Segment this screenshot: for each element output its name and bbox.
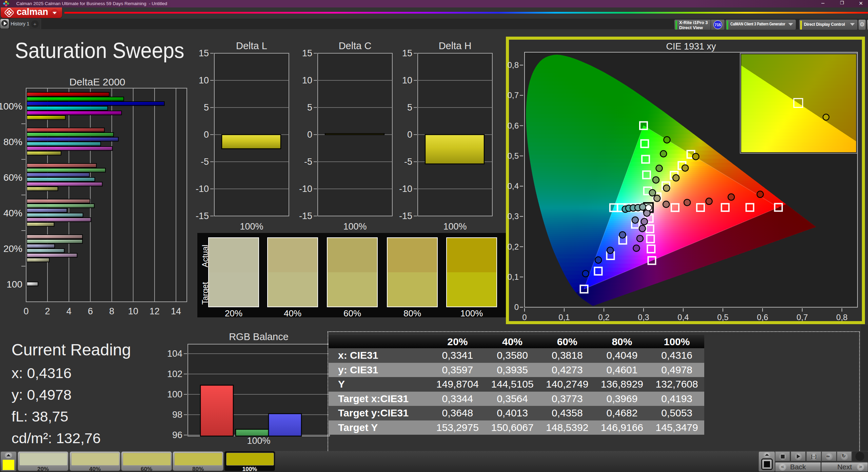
svg-text:0,6: 0,6 [757, 313, 768, 322]
svg-text:10: 10 [302, 75, 312, 85]
svg-text:Delta H: Delta H [439, 40, 472, 51]
svg-text:-15: -15 [399, 211, 412, 221]
svg-text:10: 10 [199, 75, 209, 85]
svg-text:100%: 100% [240, 221, 263, 232]
svg-text:104: 104 [167, 349, 182, 359]
svg-text:98: 98 [172, 410, 182, 420]
svg-text:0,3: 0,3 [508, 212, 519, 221]
svg-text:0: 0 [23, 306, 28, 316]
svg-text:0: 0 [307, 130, 312, 140]
svg-text:8: 8 [109, 306, 114, 316]
svg-text:5: 5 [307, 102, 312, 113]
svg-text:0: 0 [514, 302, 519, 312]
svg-text:15: 15 [302, 48, 312, 58]
svg-text:100%: 100% [443, 221, 467, 232]
svg-text:5: 5 [407, 102, 412, 113]
svg-text:0,2: 0,2 [508, 242, 519, 251]
svg-text:RGB Balance: RGB Balance [229, 332, 289, 342]
svg-text:Delta C: Delta C [339, 40, 372, 51]
svg-text:100: 100 [6, 279, 22, 290]
svg-text:14: 14 [171, 306, 181, 316]
svg-text:0,1: 0,1 [508, 272, 519, 281]
svg-text:-10: -10 [299, 184, 312, 194]
svg-text:CIE 1931 xy: CIE 1931 xy [666, 41, 716, 52]
svg-text:40%: 40% [3, 208, 22, 218]
svg-text:DeltaE 2000: DeltaE 2000 [69, 78, 125, 87]
svg-text:5: 5 [204, 102, 209, 113]
svg-text:-15: -15 [196, 211, 209, 221]
svg-text:12: 12 [150, 306, 160, 316]
svg-text:0: 0 [522, 313, 527, 322]
svg-text:20%: 20% [3, 243, 22, 254]
svg-text:96: 96 [172, 430, 182, 440]
svg-text:-10: -10 [399, 184, 412, 194]
svg-text:-5: -5 [201, 157, 209, 167]
svg-text:100: 100 [167, 389, 182, 399]
svg-text:0: 0 [407, 130, 412, 140]
svg-text:2: 2 [45, 306, 50, 316]
svg-text:10: 10 [402, 75, 412, 85]
svg-text:0,7: 0,7 [508, 91, 519, 100]
svg-text:-5: -5 [304, 157, 312, 167]
svg-text:-5: -5 [404, 157, 412, 167]
svg-text:-15: -15 [299, 211, 312, 221]
svg-text:4: 4 [66, 306, 72, 316]
svg-text:10: 10 [128, 306, 138, 316]
svg-text:0,7: 0,7 [796, 313, 808, 322]
svg-text:-10: -10 [196, 184, 209, 194]
svg-text:Delta L: Delta L [236, 40, 267, 51]
svg-text:0,1: 0,1 [558, 313, 570, 322]
svg-text:0,4: 0,4 [677, 313, 689, 322]
svg-text:80%: 80% [3, 137, 22, 147]
svg-text:6: 6 [88, 306, 93, 316]
svg-text:0: 0 [204, 130, 209, 140]
svg-text:100%: 100% [0, 101, 22, 112]
svg-text:15: 15 [402, 48, 412, 58]
svg-text:0,3: 0,3 [638, 313, 649, 322]
svg-text:15: 15 [199, 48, 209, 58]
svg-text:100%: 100% [343, 221, 367, 232]
svg-text:0,2: 0,2 [598, 313, 609, 322]
svg-text:100%: 100% [247, 436, 270, 446]
svg-text:60%: 60% [3, 172, 22, 183]
svg-text:0,8: 0,8 [836, 313, 847, 322]
svg-text:0,5: 0,5 [717, 313, 728, 322]
svg-text:0,6: 0,6 [508, 121, 519, 130]
svg-text:102: 102 [167, 369, 182, 379]
svg-text:0,4: 0,4 [508, 181, 519, 191]
svg-text:0,8: 0,8 [508, 60, 519, 70]
svg-text:0,5: 0,5 [508, 151, 519, 160]
